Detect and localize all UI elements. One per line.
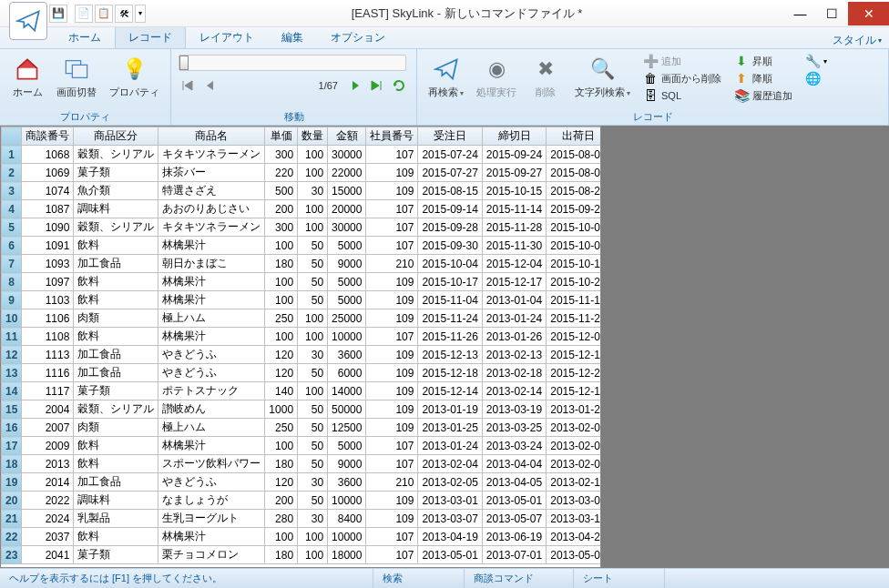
home-button[interactable]: ホーム bbox=[7, 53, 47, 101]
nav-first-button[interactable] bbox=[179, 76, 199, 95]
record-slider[interactable] bbox=[179, 55, 406, 71]
row-header[interactable]: 4 bbox=[2, 200, 22, 218]
column-header[interactable]: 社員番号 bbox=[366, 127, 418, 146]
row-header[interactable]: 23 bbox=[2, 546, 22, 564]
history-add-button[interactable]: 📚履歴追加 bbox=[731, 87, 796, 104]
history-icon: 📚 bbox=[734, 88, 749, 103]
column-header[interactable]: 商品名 bbox=[158, 127, 265, 146]
row-header[interactable]: 8 bbox=[2, 273, 22, 291]
row-header[interactable]: 19 bbox=[2, 473, 22, 492]
table-row[interactable]: 81097飲料林檎果汁1005050001092015-10-172015-12… bbox=[2, 273, 602, 291]
tab-layout[interactable]: レイアウト bbox=[186, 26, 268, 48]
row-header[interactable]: 11 bbox=[2, 328, 22, 346]
column-header[interactable]: 単価 bbox=[265, 127, 298, 146]
column-header[interactable]: 出荷日 bbox=[547, 127, 601, 146]
status-search[interactable]: 検索 bbox=[373, 569, 465, 588]
delete-from-screen-button[interactable]: 🗑画面から削除 bbox=[639, 70, 725, 86]
nav-last-button[interactable] bbox=[367, 76, 387, 95]
table-row[interactable]: 152004穀類、シリアル讃岐めん100050500001092013-01-1… bbox=[2, 400, 602, 419]
column-header[interactable]: 締切日 bbox=[482, 127, 546, 146]
row-header[interactable]: 18 bbox=[2, 455, 22, 473]
table-row[interactable]: 51090穀類、シリアルキタキツネラーメン300100300001072015-… bbox=[2, 218, 602, 237]
arrow-down-icon: ⬇ bbox=[734, 54, 749, 68]
table-row[interactable]: 182013飲料スポーツ飲料パワー1805090001072013-02-042… bbox=[2, 455, 602, 473]
bulb-icon: 💡 bbox=[120, 55, 149, 84]
tab-home[interactable]: ホーム bbox=[55, 26, 115, 48]
table-row[interactable]: 41087調味料あおのりあじさい200100200001072015-09-14… bbox=[2, 200, 602, 218]
table-row[interactable]: 121113加工食品やきどうふ1203036001092015-12-13201… bbox=[2, 346, 602, 364]
table-row[interactable]: 192014加工食品やきどうふ1203036002102013-02-05201… bbox=[2, 473, 602, 492]
column-header[interactable]: 受注日 bbox=[418, 127, 482, 146]
column-header[interactable]: 数量 bbox=[298, 127, 328, 146]
qat-new-icon[interactable]: 📄 bbox=[75, 5, 93, 23]
table-row[interactable]: 11068穀類、シリアルキタキツネラーメン300100300001072015-… bbox=[2, 146, 602, 164]
property-button[interactable]: 💡 プロパティ bbox=[106, 53, 163, 101]
row-header[interactable]: 3 bbox=[2, 182, 22, 200]
row-header[interactable]: 17 bbox=[2, 437, 22, 455]
maximize-button[interactable]: ☐ bbox=[816, 2, 848, 25]
status-command[interactable]: 商談コマンド bbox=[465, 569, 574, 588]
nav-next-button[interactable] bbox=[345, 76, 365, 95]
table-row[interactable]: 202022調味料なましょうが20050100001092013-03-0120… bbox=[2, 492, 602, 510]
row-header[interactable]: 22 bbox=[2, 528, 22, 546]
qat-tools-icon[interactable]: 🛠 bbox=[115, 5, 133, 23]
close-button[interactable]: ✕ bbox=[848, 2, 889, 25]
add-button[interactable]: ➕追加 bbox=[639, 53, 725, 69]
row-header[interactable]: 6 bbox=[2, 237, 22, 255]
tab-option[interactable]: オプション bbox=[317, 26, 399, 48]
qat-save-icon[interactable]: 💾 bbox=[49, 5, 67, 23]
row-header[interactable]: 5 bbox=[2, 218, 22, 237]
status-rest bbox=[665, 569, 889, 588]
row-header[interactable]: 7 bbox=[2, 255, 22, 273]
table-row[interactable]: 222037飲料林檎果汁100100100001072013-04-192013… bbox=[2, 528, 602, 546]
row-header[interactable]: 2 bbox=[2, 164, 22, 182]
table-row[interactable]: 91103飲料林檎果汁1005050001092015-11-042013-01… bbox=[2, 291, 602, 309]
row-header[interactable]: 15 bbox=[2, 400, 22, 419]
table-row[interactable]: 212024乳製品生乳ヨーグルト2803084001092013-03-0720… bbox=[2, 510, 602, 528]
row-header[interactable]: 10 bbox=[2, 309, 22, 328]
data-grid[interactable]: 商談番号商品区分商品名単価数量金額社員番号受注日締切日出荷日 11068穀類、シ… bbox=[0, 126, 601, 568]
row-header[interactable]: 13 bbox=[2, 364, 22, 382]
column-header[interactable]: 商品区分 bbox=[74, 127, 158, 146]
style-menu[interactable]: スタイル▾ bbox=[833, 33, 889, 48]
row-header[interactable]: 14 bbox=[2, 382, 22, 400]
tab-record[interactable]: レコード bbox=[115, 26, 186, 48]
tab-edit[interactable]: 編集 bbox=[268, 26, 317, 48]
table-row[interactable]: 232041菓子類栗チョコメロン180100180001072013-05-01… bbox=[2, 546, 602, 564]
status-sheet[interactable]: シート bbox=[574, 569, 665, 588]
tool1-button[interactable]: 🔧▾ bbox=[802, 53, 831, 69]
text-search-button[interactable]: 🔍 文字列検索 bbox=[571, 53, 634, 101]
row-header[interactable]: 12 bbox=[2, 346, 22, 364]
table-row[interactable]: 131116加工食品やきどうふ1205060001092015-12-18201… bbox=[2, 364, 602, 382]
sort-desc-button[interactable]: ⬆降順 bbox=[731, 70, 796, 86]
sort-asc-button[interactable]: ⬇昇順 bbox=[731, 53, 796, 69]
nav-prev-button[interactable] bbox=[200, 76, 220, 95]
column-header[interactable]: 商談番号 bbox=[22, 127, 74, 146]
row-header[interactable]: 21 bbox=[2, 510, 22, 528]
qat-query-icon[interactable]: 📋 bbox=[95, 5, 113, 23]
row-header[interactable]: 1 bbox=[2, 146, 22, 164]
column-header[interactable]: 金額 bbox=[328, 127, 366, 146]
sql-button[interactable]: 🗄SQL bbox=[639, 87, 725, 104]
table-row[interactable]: 71093加工食品朝日かまぼこ1805090002102015-10-04201… bbox=[2, 255, 602, 273]
row-header[interactable]: 20 bbox=[2, 492, 22, 510]
execute-button[interactable]: ◉ 処理実行 bbox=[473, 53, 520, 101]
nav-refresh-button[interactable] bbox=[389, 76, 409, 95]
tool2-button[interactable]: 🌐 bbox=[802, 70, 831, 86]
table-row[interactable]: 111108飲料林檎果汁100100100001072015-11-262013… bbox=[2, 328, 602, 346]
qat-dropdown[interactable]: ▾ bbox=[135, 5, 146, 23]
table-row[interactable]: 31074魚介類特選さざえ50030150001092015-08-152015… bbox=[2, 182, 602, 200]
row-header[interactable]: 9 bbox=[2, 291, 22, 309]
screen-switch-button[interactable]: 画面切替 bbox=[53, 53, 100, 101]
minimize-button[interactable]: — bbox=[784, 2, 816, 25]
table-row[interactable]: 101106肉類極上ハム250100250001092015-11-242013… bbox=[2, 309, 602, 328]
re-search-button[interactable]: 再検索 bbox=[424, 53, 467, 101]
table-row[interactable]: 61091飲料林檎果汁1005050001072015-09-302015-11… bbox=[2, 237, 602, 255]
table-row[interactable]: 172009飲料林檎果汁1005050001072013-01-242013-0… bbox=[2, 437, 602, 455]
row-header[interactable]: 16 bbox=[2, 419, 22, 437]
delete-button[interactable]: ✖ 削除 bbox=[526, 53, 566, 101]
table-row[interactable]: 141117菓子類ポテトスナック140100140001092015-12-14… bbox=[2, 382, 602, 400]
table-row[interactable]: 162007肉類極上ハム25050125001092013-01-252013-… bbox=[2, 419, 602, 437]
table-row[interactable]: 21069菓子類抹茶バー220100220001092015-07-272015… bbox=[2, 164, 602, 182]
app-menu-button[interactable] bbox=[9, 2, 47, 40]
